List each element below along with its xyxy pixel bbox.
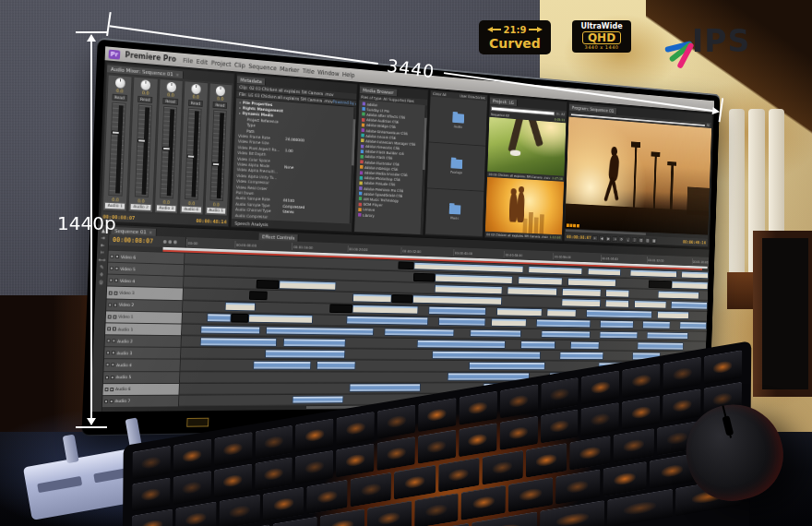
timeline-clip[interactable]	[438, 317, 485, 327]
step-back-icon[interactable]: ◀	[599, 235, 604, 241]
fit-dropdown[interactable]: Fit	[707, 124, 710, 127]
clip-thumbnail-runner-legs[interactable]	[487, 117, 566, 176]
timeline-clip[interactable]	[432, 351, 540, 360]
timeline-clip[interactable]	[536, 319, 591, 329]
timeline-clip[interactable]	[346, 316, 428, 325]
timeline-clip[interactable]	[200, 325, 260, 334]
timeline-clip[interactable]	[508, 286, 558, 295]
timeline-clip[interactable]	[634, 300, 667, 308]
timeline-clip[interactable]	[469, 362, 545, 370]
folder-item[interactable]: Footage	[427, 142, 485, 191]
folder-item[interactable]: Audio	[429, 97, 487, 147]
timeline-clip[interactable]	[207, 314, 231, 323]
timeline-clip[interactable]	[412, 295, 502, 305]
menu-clip[interactable]: Clip	[233, 61, 247, 69]
timeline-clip[interactable]	[528, 266, 582, 275]
automation-mode-dropdown[interactable]: Read	[163, 98, 178, 105]
fader-handle[interactable]	[137, 138, 146, 142]
menu-edit[interactable]: Edit	[195, 57, 209, 66]
clip-thumbnail-couple[interactable]	[485, 177, 564, 235]
timeline-clip[interactable]	[658, 291, 699, 299]
timeline-clip[interactable]	[265, 349, 345, 358]
pan-knob[interactable]	[141, 79, 151, 90]
search-in-label[interactable]: In: All	[556, 112, 566, 116]
mark-in-icon[interactable]: {	[626, 236, 631, 242]
volume-fader[interactable]	[185, 108, 202, 200]
timeline-toggle-icons[interactable]	[163, 240, 185, 245]
automation-mode-dropdown[interactable]: Read	[188, 100, 203, 107]
timeline-clip[interactable]	[605, 300, 629, 308]
automation-mode-dropdown[interactable]: Read	[137, 96, 153, 103]
timeline-clip[interactable]	[352, 305, 418, 314]
pan-knob[interactable]	[166, 82, 176, 93]
timeline-clip[interactable]	[637, 341, 683, 350]
fader-handle[interactable]	[212, 162, 220, 166]
overwrite-icon[interactable]: ▥	[645, 237, 651, 243]
menu-title[interactable]: Title	[301, 67, 316, 76]
timeline-clip[interactable]	[600, 331, 638, 340]
timeline-clip[interactable]	[256, 280, 280, 289]
timeline-clip[interactable]	[541, 330, 590, 339]
timeline-clip[interactable]	[496, 308, 542, 317]
loop-icon[interactable]: ⟳	[619, 236, 625, 242]
timeline-clip[interactable]	[586, 310, 652, 319]
timeline-clip[interactable]	[282, 338, 345, 347]
timeline-clip[interactable]	[570, 341, 600, 350]
export-icon[interactable]: ▦	[651, 237, 657, 243]
timeline-clip[interactable]	[560, 352, 604, 360]
timeline-clip[interactable]	[642, 321, 670, 329]
pan-knob[interactable]	[191, 84, 200, 94]
timeline-clip[interactable]	[491, 318, 527, 327]
timeline-clip[interactable]	[253, 361, 311, 370]
timeline-clip[interactable]	[398, 261, 414, 270]
close-icon[interactable]: ×	[175, 71, 179, 77]
timeline-clip[interactable]	[647, 331, 688, 340]
timeline-clip[interactable]	[199, 337, 277, 346]
timeline-clip[interactable]	[352, 293, 391, 303]
timeline-clip[interactable]	[414, 262, 524, 274]
go-to-in-icon[interactable]: ⇤	[592, 235, 598, 241]
timeline-clip[interactable]	[413, 273, 435, 282]
timeline-clip[interactable]	[671, 301, 708, 309]
timeline-clip[interactable]	[280, 281, 337, 291]
timeline-clip[interactable]	[385, 328, 455, 337]
volume-fader[interactable]	[135, 104, 152, 197]
timeline-clip[interactable]	[391, 294, 413, 304]
timeline-clip[interactable]	[435, 284, 503, 294]
timeline-clip[interactable]	[681, 270, 709, 279]
timeline-clip[interactable]	[249, 291, 267, 300]
timeline-clip[interactable]	[435, 273, 513, 283]
volume-fader[interactable]	[209, 110, 226, 201]
timeline-clip[interactable]	[562, 288, 601, 297]
fader-handle[interactable]	[162, 147, 171, 150]
menu-window[interactable]: Window	[316, 68, 340, 78]
menu-sequence[interactable]: Sequence	[246, 62, 278, 72]
timeline-clip[interactable]	[672, 281, 709, 289]
timeline-clip[interactable]	[587, 268, 621, 277]
timeline-clip[interactable]	[329, 305, 352, 314]
timeline-clip[interactable]	[649, 280, 672, 288]
timeline-clip[interactable]	[231, 314, 249, 323]
timeline-clip[interactable]	[630, 269, 677, 279]
timeline-clip[interactable]	[349, 384, 420, 392]
close-icon[interactable]: ×	[149, 230, 152, 235]
timeline-clip[interactable]	[605, 289, 629, 297]
play-icon[interactable]: ▶	[606, 235, 612, 241]
timeline-clip[interactable]	[546, 309, 576, 317]
step-forward-icon[interactable]: ⇥	[613, 235, 618, 241]
timeline-clip[interactable]	[225, 302, 256, 311]
timeline-clip[interactable]	[248, 315, 313, 324]
mark-out-icon[interactable]: }	[632, 236, 638, 242]
menu-project[interactable]: Project	[209, 59, 233, 68]
timeline-clip[interactable]	[293, 395, 344, 404]
timeline-clip[interactable]	[428, 306, 486, 316]
timeline-clip[interactable]	[567, 278, 616, 287]
menu-help[interactable]: Help	[340, 70, 356, 78]
timeline-clip[interactable]	[562, 298, 601, 306]
automation-mode-dropdown[interactable]: Read	[213, 102, 228, 109]
timeline-clip[interactable]	[657, 311, 689, 319]
timeline-clip[interactable]	[600, 320, 633, 329]
timeline-clip[interactable]	[470, 329, 521, 338]
timeline-clip[interactable]	[679, 322, 707, 330]
volume-fader[interactable]	[160, 106, 177, 199]
